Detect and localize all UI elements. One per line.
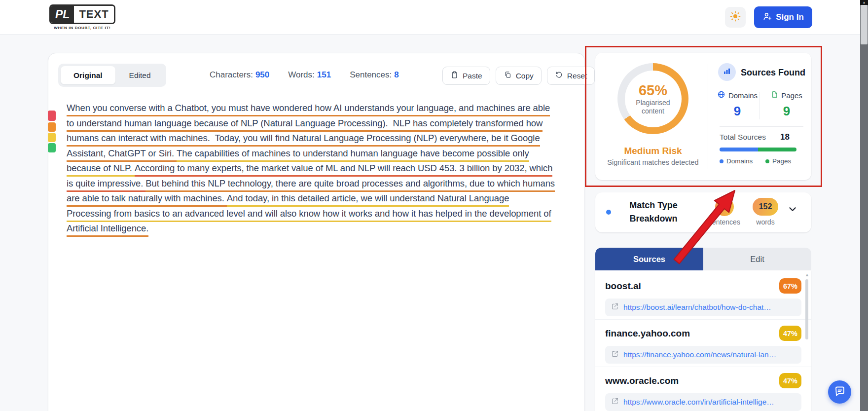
reset-icon: [555, 71, 563, 81]
sources-edit-tabs: Sources Edit: [595, 248, 811, 270]
logo-text: TEXT: [74, 6, 113, 23]
external-link-icon: [611, 350, 619, 360]
tab-original[interactable]: Original: [61, 66, 115, 84]
source-item: www.oracle.com 47% https://www.oracle.co…: [595, 367, 811, 411]
highlighted-text: humans can interact with machines. Today…: [67, 133, 540, 147]
highlighted-text: And today, in this detailed article, we …: [227, 193, 509, 207]
sources-list: boost.ai 67% https://boost.ai/learn/chat…: [595, 270, 811, 411]
header: PL TEXT WHEN IN DOUBT, CITE IT! Sign In: [0, 0, 868, 35]
highlighted-text: Assistant, ChatGPT or Siri.: [67, 148, 177, 162]
tab-edit[interactable]: Edit: [703, 248, 811, 270]
highlighted-text: is quite impressive.: [67, 178, 145, 192]
text-line: humans can interact with machines. Today…: [67, 133, 579, 148]
scrollbar-thumb[interactable]: [861, 5, 868, 44]
source-url-link[interactable]: https://www.oracle.com/in/artificial-int…: [605, 393, 801, 411]
text-line: because of NLP. According to many expert…: [67, 163, 579, 178]
external-link-icon: [611, 302, 619, 312]
stat-characters: Characters:950: [210, 70, 269, 80]
theme-toggle-button[interactable]: [725, 7, 746, 28]
match-percent-badge: 47%: [779, 326, 801, 341]
legend-yellow: [48, 133, 56, 142]
sun-icon: [729, 10, 741, 24]
editor-tabs: Original Edited: [58, 64, 166, 87]
sentences-label: sentences: [705, 218, 744, 226]
bullet-dot: [606, 210, 611, 215]
source-item: finance.yahoo.com 47% https://finance.ya…: [595, 320, 811, 367]
editor-card: Original Edited Characters:950 Words:151…: [48, 53, 585, 411]
copy-icon: [504, 71, 512, 81]
match-type-breakdown-card[interactable]: Match Type Breakdown sentences 152 words: [595, 192, 811, 232]
app: PL TEXT WHEN IN DOUBT, CITE IT! Sign In …: [0, 0, 868, 411]
sign-in-button[interactable]: Sign In: [754, 6, 812, 28]
text-line: Artificial Intelligence.: [67, 223, 579, 238]
highlighted-text: because of NLP.: [67, 163, 135, 177]
sentences-badge: [715, 197, 734, 216]
source-domain: boost.ai: [605, 281, 641, 292]
source-domain: finance.yahoo.com: [605, 328, 690, 339]
user-plus-icon: [762, 11, 772, 24]
highlighted-text: Artificial Intelligence.: [67, 223, 148, 237]
highlighted-text: The capabilities of machines to understa…: [177, 148, 529, 162]
text-line: When you converse with a Chatbot, you mu…: [67, 103, 579, 118]
stat-words: Words:151: [288, 70, 331, 80]
analysed-text[interactable]: When you converse with a Chatbot, you mu…: [67, 103, 579, 238]
scroll-up-arrow[interactable]: ▲: [805, 272, 809, 277]
source-item: boost.ai 67% https://boost.ai/learn/chat…: [595, 272, 811, 320]
text-line: to understand human language because of …: [67, 118, 579, 133]
match-percent-badge: 67%: [779, 278, 801, 294]
brand-logo[interactable]: PL TEXT WHEN IN DOUBT, CITE IT!: [49, 4, 115, 30]
source-url-link[interactable]: https://finance.yahoo.com/news/natural-l…: [605, 346, 801, 364]
highlighted-text: are able to talk naturally with machines…: [67, 193, 227, 207]
legend-orange: [48, 122, 56, 132]
annotation-red-rectangle: [585, 46, 822, 187]
words-label: words: [748, 218, 783, 226]
chevron-down-icon[interactable]: [787, 204, 798, 217]
text-line: Processing from basics to an advanced le…: [67, 208, 579, 224]
sign-in-label: Sign In: [776, 12, 804, 22]
browser-scrollbar[interactable]: ▲: [860, 0, 868, 411]
text-line: Assistant, ChatGPT or Siri. The capabili…: [67, 148, 579, 163]
highlighted-text: When you converse with a Chatbot, you mu…: [67, 103, 550, 116]
match-percent-badge: 47%: [779, 373, 801, 388]
tab-sources[interactable]: Sources: [595, 248, 703, 270]
highlighted-text: According to many experts, the market va…: [135, 163, 552, 177]
highlighted-text: Processing from basics to an advanced le…: [67, 208, 551, 222]
highlighted-text: But behind this NLP technology, there ar…: [145, 178, 555, 192]
source-url-link[interactable]: https://boost.ai/learn/chatbot/how-do-ch…: [605, 299, 801, 316]
copy-button[interactable]: Copy: [496, 67, 542, 85]
text-line: is quite impressive. But behind this NLP…: [67, 178, 579, 193]
external-link-icon: [611, 397, 619, 407]
words-badge: 152: [753, 198, 778, 216]
legend-red: [48, 111, 56, 121]
legend-green: [48, 143, 56, 152]
logo-tagline: WHEN IN DOUBT, CITE IT!: [49, 26, 115, 30]
match-type-title: Match Type Breakdown: [624, 199, 683, 225]
chat-icon: [834, 385, 846, 399]
logo-pl: PL: [51, 6, 74, 23]
paste-button[interactable]: Paste: [442, 67, 490, 85]
chat-support-button[interactable]: [828, 380, 851, 404]
tab-edited[interactable]: Edited: [116, 66, 164, 84]
highlighted-text: to understand human language because of …: [67, 118, 542, 132]
stat-sentences: Sentences:8: [350, 70, 399, 80]
clipboard-icon: [450, 71, 459, 81]
list-scrollbar-thumb[interactable]: [805, 279, 808, 339]
editor-actions: Paste Copy Reset: [442, 67, 595, 85]
scrollbar-up-button[interactable]: ▲: [860, 0, 868, 5]
text-stats: Characters:950 Words:151 Sentences:8: [210, 70, 399, 80]
source-domain: www.oracle.com: [605, 375, 679, 386]
text-line: are able to talk naturally with machines…: [67, 193, 579, 208]
